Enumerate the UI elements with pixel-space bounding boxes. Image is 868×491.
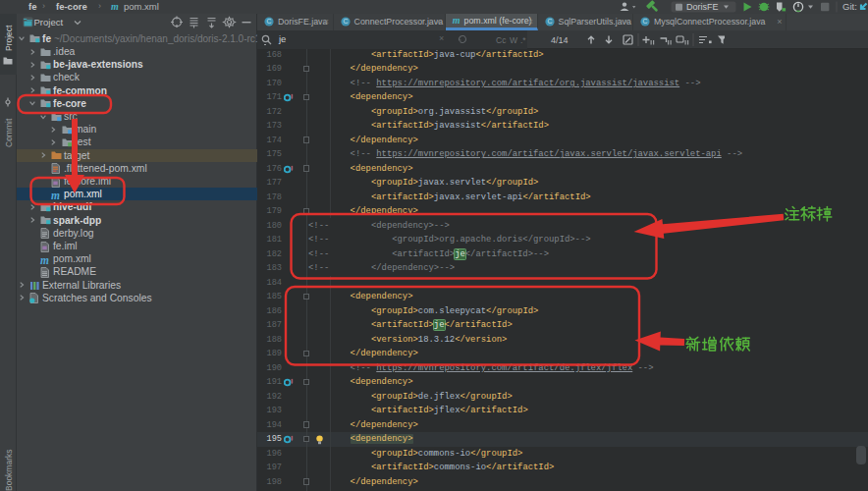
- svg-text:Git:: Git:: [842, 1, 857, 12]
- svg-text:Cc: Cc: [496, 35, 507, 45]
- svg-text:C: C: [266, 19, 271, 26]
- svg-text:C: C: [642, 19, 647, 26]
- svg-text:4/14: 4/14: [551, 35, 569, 45]
- svg-text:C: C: [547, 19, 552, 26]
- svg-text:W: W: [510, 35, 517, 45]
- svg-text:.*: .*: [520, 35, 526, 45]
- svg-text:C: C: [343, 19, 348, 26]
- svg-text:DorisFE: DorisFE: [686, 2, 719, 12]
